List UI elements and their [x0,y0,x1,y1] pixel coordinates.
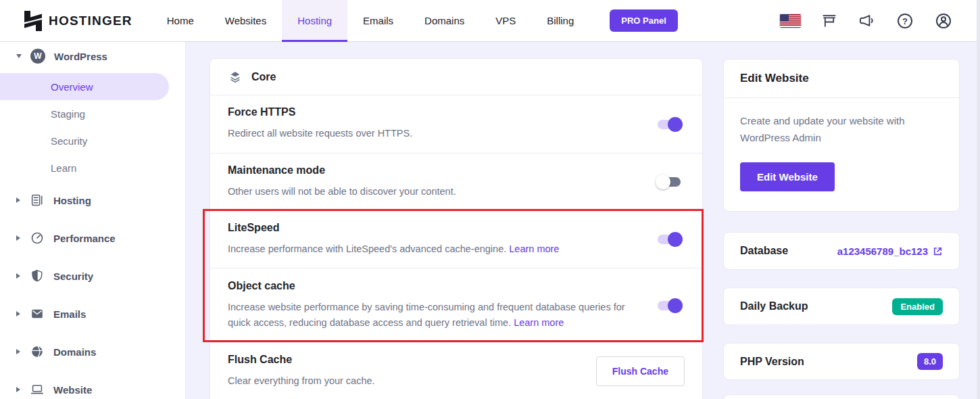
sidebar-item-domains[interactable]: Domains [0,333,185,371]
layers-icon [228,70,243,85]
chevron-right-icon [16,273,20,279]
force-https-toggle[interactable] [658,120,681,129]
sidebar-item-label: Hosting [53,195,91,206]
sidebar-item-hosting[interactable]: Hosting [0,181,185,219]
toggle-knob [668,117,683,132]
database-name: a123456789_bc123 [837,245,928,257]
envelope-icon [29,306,45,321]
laptop-icon [29,382,45,397]
chevron-right-icon [16,235,20,241]
setting-description: Clear everything from your cache. [228,373,375,389]
sidebar-item-staging[interactable]: Staging [0,100,185,127]
setting-row-force-https: Force HTTPS Redirect all website request… [210,95,702,153]
php-version-badge: 8.0 [917,353,943,370]
nav-emails[interactable]: Emails [347,0,409,42]
sidebar-item-label: Staging [51,108,85,120]
setting-description: Redirect all website requests over HTTPS… [228,126,412,141]
php-version-card: PHP Version 8.0 [723,343,960,380]
litespeed-toggle[interactable] [658,235,681,244]
learn-more-link[interactable]: Learn more [514,317,564,328]
setting-description: Other users will not be able to discover… [228,184,456,200]
sidebar-item-emails[interactable]: Emails [0,295,185,333]
database-card: Database a123456789_bc123 [723,232,960,270]
nav-domains[interactable]: Domains [409,0,480,42]
flush-cache-button[interactable]: Flush Cache [596,356,685,386]
setting-description-text: Increase website performance by saving t… [228,302,625,328]
setting-description-text: Increase performance with LiteSpeed's ad… [228,243,506,254]
nav-vps[interactable]: VPS [480,0,531,42]
sidebar-item-label: Emails [53,308,86,320]
php-version-label: PHP Version [740,356,804,368]
storefront-icon[interactable] [820,12,838,30]
setting-row-object-cache: Object cache Increase website performanc… [210,268,702,342]
edit-website-button[interactable]: Edit Website [740,162,835,191]
setting-title: Flush Cache [228,354,375,366]
toggle-knob [668,232,683,247]
sidebar-item-performance[interactable]: Performance [0,219,185,257]
toggle-knob [656,174,670,189]
partial-card [723,394,960,399]
globe-icon [29,344,45,359]
shield-icon [29,268,45,283]
status-badge-enabled: Enabled [892,298,943,315]
maintenance-mode-toggle[interactable] [658,177,681,187]
main-nav: Home Websites Hosting Emails Domains VPS… [151,0,590,42]
setting-title: LiteSpeed [228,222,559,234]
daily-backup-label: Daily Backup [740,300,808,312]
learn-more-link[interactable]: Learn more [509,243,559,254]
page-scrollbar[interactable] [977,0,980,399]
sidebar: W WordPress Overview Staging Security Le… [0,42,186,399]
nav-home[interactable]: Home [151,0,210,42]
account-icon[interactable] [934,11,953,30]
setting-row-flush-cache: Flush Cache Clear everything from your c… [210,342,702,399]
chevron-right-icon [16,387,20,392]
sidebar-item-label: Domains [53,346,96,358]
sidebar-item-website[interactable]: Website [0,371,185,399]
us-flag-icon[interactable] [780,14,801,28]
sidebar-item-learn[interactable]: Learn [0,154,185,181]
chevron-right-icon [16,349,20,354]
sidebar-item-label: Overview [51,81,93,93]
setting-row-litespeed: LiteSpeed Increase performance with Lite… [210,210,702,268]
toggle-knob [668,298,683,313]
help-icon[interactable]: ? [896,11,914,30]
core-card-header: Core [210,59,702,95]
edit-website-description: Create and update your website with Word… [740,113,929,147]
setting-title: Force HTTPS [228,106,412,118]
gauge-icon [29,231,45,245]
server-icon [29,193,45,208]
sidebar-item-label: Performance [53,233,116,244]
hostinger-logo[interactable]: HOSTINGER [24,11,132,31]
setting-title: Object cache [228,280,645,292]
header-icons: ? [780,11,953,30]
brand-name: HOSTINGER [49,14,132,28]
database-link[interactable]: a123456789_bc123 [837,245,943,257]
megaphone-icon[interactable] [858,11,876,30]
svg-text:?: ? [902,16,908,26]
setting-description: Increase performance with LiteSpeed's ad… [228,241,559,257]
sidebar-item-overview[interactable]: Overview [0,73,169,100]
nav-hosting[interactable]: Hosting [282,0,347,42]
daily-backup-card: Daily Backup Enabled [723,287,960,325]
sidebar-item-label: WordPress [54,51,107,62]
sidebar-item-wp-security[interactable]: Security [0,127,185,154]
edit-website-card: Edit Website Create and update your webs… [723,59,960,212]
object-cache-toggle[interactable] [658,301,681,310]
nav-billing[interactable]: Billing [531,0,589,42]
sidebar-item-security[interactable]: Security [0,257,185,295]
external-link-icon [933,246,943,256]
chevron-down-icon [16,54,22,58]
hostinger-logo-icon [24,11,42,31]
card-title: Core [251,71,276,83]
sidebar-item-label: Website [53,384,92,396]
sidebar-item-label: Security [53,271,93,282]
wordpress-icon: W [30,49,45,64]
core-card: Core Force HTTPS Redirect all website re… [210,58,703,399]
top-navbar: HOSTINGER Home Websites Hosting Emails D… [0,0,980,42]
pro-panel-button[interactable]: PRO Panel [610,9,677,32]
sidebar-item-wordpress[interactable]: W WordPress [0,43,185,69]
sidebar-item-label: Security [51,135,87,147]
chevron-right-icon [16,197,20,203]
sidebar-item-label: Learn [51,162,76,174]
nav-websites[interactable]: Websites [210,0,282,42]
